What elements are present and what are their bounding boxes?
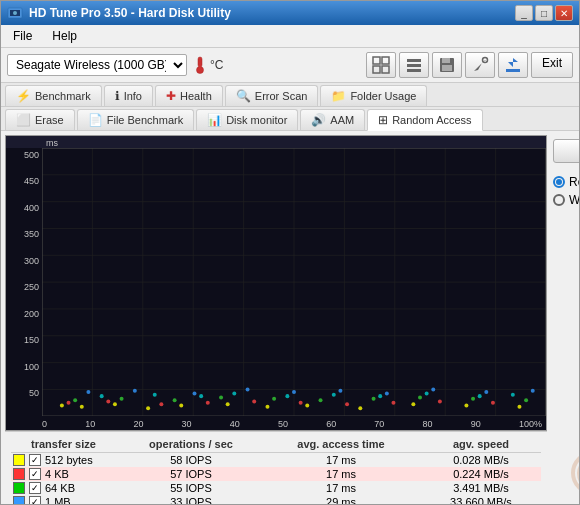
chart-wrapper: ms 500 450 400 350 300 250 200 150 100 5 [5, 135, 547, 500]
radio-read[interactable]: Read [553, 175, 579, 189]
svg-point-78 [484, 390, 488, 394]
tab-file-benchmark[interactable]: 📄 File Benchmark [77, 109, 194, 130]
svg-point-67 [418, 395, 422, 399]
svg-point-70 [86, 390, 90, 394]
tab-health[interactable]: ✚ Health [155, 85, 223, 106]
health-icon: ✚ [166, 89, 176, 103]
toolbar-btn-1[interactable] [366, 52, 396, 78]
svg-point-65 [319, 398, 323, 402]
svg-point-84 [285, 394, 289, 398]
row-checkbox-2[interactable]: ✓ [29, 482, 41, 494]
right-panel: Start Read Write tuning [553, 135, 579, 500]
svg-rect-10 [407, 59, 421, 62]
svg-rect-12 [407, 69, 421, 72]
row-checkbox-1[interactable]: ✓ [29, 468, 41, 480]
svg-rect-6 [373, 57, 380, 64]
svg-point-57 [391, 401, 395, 405]
results-header: transfer size operations / sec avg. acce… [11, 436, 541, 453]
tab-random-access[interactable]: ⊞ Random Access [367, 109, 482, 131]
toolbar-btn-3[interactable] [432, 52, 462, 78]
svg-point-61 [120, 397, 124, 401]
menu-help[interactable]: Help [44, 27, 85, 45]
svg-point-63 [219, 395, 223, 399]
randomaccess-icon: ⊞ [378, 113, 388, 127]
results-table: transfer size operations / sec avg. acce… [5, 431, 547, 504]
svg-point-81 [153, 393, 157, 397]
radio-write[interactable]: Write [553, 193, 579, 207]
row-label-0: ✓ 512 bytes [11, 454, 121, 466]
title-bar-left: HD Tune Pro 3.50 - Hard Disk Utility [7, 5, 231, 21]
start-button[interactable]: Start [553, 139, 579, 163]
maximize-button[interactable]: □ [535, 5, 553, 21]
svg-rect-11 [407, 64, 421, 67]
app-icon [7, 5, 23, 21]
floppy-icon [438, 56, 456, 74]
svg-rect-5 [199, 64, 201, 70]
svg-point-73 [246, 387, 250, 391]
svg-point-52 [159, 402, 163, 406]
color-indicator-1 [13, 468, 25, 480]
bars-icon [405, 56, 423, 74]
tab-aam[interactable]: 🔊 AAM [300, 109, 365, 130]
row-checkbox-0[interactable]: ✓ [29, 454, 41, 466]
exit-button[interactable]: Exit [531, 52, 573, 78]
tabs-row2: ⬜ Erase 📄 File Benchmark 📊 Disk monitor … [1, 107, 579, 131]
svg-point-48 [464, 404, 468, 408]
color-indicator-0 [13, 454, 25, 466]
tab-folder-usage[interactable]: 📁 Folder Usage [320, 85, 427, 106]
table-row: ✓ 4 KB 57 IOPS 17 ms 0.224 MB/s [11, 467, 541, 481]
chart-area: ms 500 450 400 350 300 250 200 150 100 5 [5, 135, 547, 431]
svg-point-47 [411, 402, 415, 406]
toolbar-btn-5[interactable] [498, 52, 528, 78]
folder-icon: 📁 [331, 89, 346, 103]
color-indicator-3 [13, 496, 25, 504]
svg-point-86 [378, 394, 382, 398]
row-label-1: ✓ 4 KB [11, 468, 121, 480]
tab-erase[interactable]: ⬜ Erase [5, 109, 75, 130]
close-button[interactable]: ✕ [555, 5, 573, 21]
svg-point-71 [133, 389, 137, 393]
svg-point-39 [80, 405, 84, 409]
main-window: HD Tune Pro 3.50 - Hard Disk Utility _ □… [0, 0, 580, 505]
toolbar-btn-2[interactable] [399, 52, 429, 78]
svg-point-75 [338, 389, 342, 393]
svg-point-72 [193, 391, 197, 395]
toolbar-btn-4[interactable] [465, 52, 495, 78]
minimize-button[interactable]: _ [515, 5, 533, 21]
svg-point-45 [305, 404, 309, 408]
svg-point-80 [100, 394, 104, 398]
info-icon: ℹ [115, 89, 120, 103]
svg-point-82 [199, 394, 203, 398]
svg-point-53 [206, 401, 210, 405]
table-row: ✓ 1 MB 33 IOPS 29 ms 33.660 MB/s [11, 495, 541, 504]
color-indicator-2 [13, 482, 25, 494]
svg-rect-14 [442, 58, 450, 63]
svg-point-50 [67, 401, 71, 405]
svg-point-40 [113, 402, 117, 406]
tab-info[interactable]: ℹ Info [104, 85, 153, 106]
svg-point-44 [265, 405, 269, 409]
tab-disk-monitor[interactable]: 📊 Disk monitor [196, 109, 298, 130]
watermark: tuning [553, 423, 579, 496]
svg-point-68 [471, 397, 475, 401]
menu-file[interactable]: File [5, 27, 40, 45]
svg-point-49 [517, 405, 521, 409]
title-controls: _ □ ✕ [515, 5, 573, 21]
row-checkbox-3[interactable]: ✓ [29, 496, 41, 504]
svg-point-43 [226, 402, 230, 406]
svg-marker-18 [508, 58, 518, 67]
drive-select[interactable]: Seagate Wireless (1000 GB) [7, 54, 187, 76]
svg-point-42 [179, 404, 183, 408]
thermometer-icon [193, 56, 207, 74]
tab-benchmark[interactable]: ⚡ Benchmark [5, 85, 102, 106]
tab-error-scan[interactable]: 🔍 Error Scan [225, 85, 319, 106]
svg-rect-15 [442, 65, 452, 71]
svg-point-76 [385, 391, 389, 395]
svg-point-74 [292, 390, 296, 394]
svg-point-77 [431, 387, 435, 391]
svg-point-41 [146, 406, 150, 410]
tabs-row1: ⚡ Benchmark ℹ Info ✚ Health 🔍 Error Scan… [1, 83, 579, 107]
svg-point-55 [299, 401, 303, 405]
svg-point-51 [106, 399, 110, 403]
svg-rect-7 [382, 57, 389, 64]
